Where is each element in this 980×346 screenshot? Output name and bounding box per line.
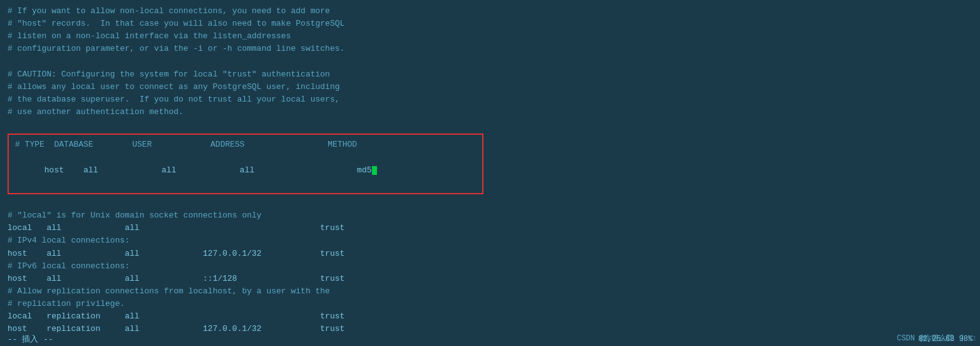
empty-line-1 [8,56,972,68]
after-comment-5: # replication privilege. [8,298,972,310]
after-comment-3: # IPv6 local connections: [8,260,972,273]
comment-line-1: # If you want to allow non-local connect… [8,5,972,18]
highlight-box: # TYPE DATABASE USER ADDRESS METHOD host… [8,134,483,194]
terminal-window: # If you want to allow non-local connect… [0,0,980,346]
status-insert-mode: -- 插入 -- [8,333,53,345]
comment-line-2: # "host" records. In that case you will … [8,18,972,30]
comment-line-8: # use another authentication method. [8,106,972,118]
after-comment-1: # "local" is for Unix domain socket conn… [8,209,972,222]
status-bar: -- 插入 -- 82,25-63 98% [0,332,980,346]
after-comment-2: # IPv4 local connections: [8,234,972,247]
text-cursor [372,166,377,175]
comment-line-5: # CAUTION: Configuring the system for lo… [8,68,972,81]
comment-line-6: # allows any local user to connect as an… [8,81,972,93]
comment-line-4: # configuration parameter, or via the -i… [8,43,972,55]
after-normal-4: local replication all trust [8,310,972,323]
after-comment-4: # Allow replication connections from loc… [8,285,972,298]
after-normal-2: host all all 127.0.0.1/32 trust [8,248,972,260]
after-normal-3: host all all ::1/128 trust [8,273,972,285]
empty-line-2 [8,118,972,131]
empty-line-3 [8,197,972,209]
hba-row-text: host all all all md5 [44,165,372,175]
comment-line-7: # the database superuser. If you do not … [8,93,972,106]
csdn-watermark: CSDN @你得么双 丨 □ [897,333,975,343]
after-normal-1: local all all trust [8,222,972,234]
hba-header: # TYPE DATABASE USER ADDRESS METHOD [15,139,476,151]
hba-row: host all all all md5 [15,152,476,189]
comment-line-3: # listen on a non-local interface via th… [8,30,972,43]
